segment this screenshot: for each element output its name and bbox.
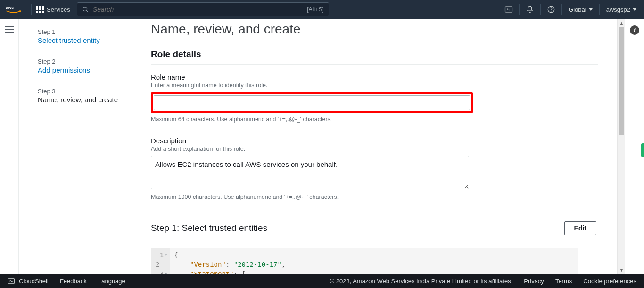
- feedback-link[interactable]: Feedback: [60, 278, 87, 285]
- search-input[interactable]: [89, 6, 307, 13]
- services-menu[interactable]: Services: [36, 6, 70, 13]
- account-menu[interactable]: awsgsp2: [604, 6, 638, 13]
- step-number: Step 2: [38, 58, 132, 65]
- top-nav: aws Services [Alt+S] Global awsgsp2: [0, 0, 644, 19]
- scroll-down-icon[interactable]: ▼: [618, 266, 625, 274]
- terms-link[interactable]: Terms: [555, 278, 572, 285]
- global-search[interactable]: [Alt+S]: [77, 2, 329, 16]
- search-shortcut: [Alt+S]: [307, 6, 324, 13]
- svg-point-1: [83, 7, 87, 11]
- scrollbar[interactable]: ▲ ▼: [617, 19, 625, 274]
- svg-text:aws: aws: [6, 5, 14, 10]
- privacy-link[interactable]: Privacy: [524, 278, 544, 285]
- copyright-text: © 2023, Amazon Web Services India Privat…: [330, 278, 513, 285]
- divider: [519, 4, 520, 15]
- divider: [599, 4, 600, 15]
- main-panel: Name, review, and create Role details Ro…: [151, 19, 617, 274]
- cookie-prefs-link[interactable]: Cookie preferences: [583, 278, 636, 285]
- step-number: Step 1: [38, 28, 132, 35]
- info-icon[interactable]: i: [630, 25, 639, 35]
- svg-point-6: [551, 11, 552, 12]
- code-token: "Statement": [190, 270, 234, 274]
- svg-rect-7: [8, 279, 14, 284]
- step1-heading: Step 1: Select trusted entities: [151, 223, 267, 233]
- divider: [540, 4, 541, 15]
- account-label: awsgsp2: [606, 6, 630, 13]
- language-link[interactable]: Language: [98, 278, 125, 285]
- step-number: Step 3: [38, 88, 132, 95]
- code-token: "2012-10-17": [234, 261, 281, 268]
- cloudshell-icon[interactable]: [503, 4, 514, 15]
- role-name-input[interactable]: [154, 95, 470, 110]
- grid-icon: [36, 6, 44, 13]
- notifications-icon[interactable]: [524, 4, 536, 15]
- code-lines: { "Version": "2012-10-17", "Statement": …: [170, 248, 289, 274]
- code-token: "Version": [190, 261, 226, 268]
- description-label: Description: [151, 137, 598, 145]
- step-link-trusted-entity[interactable]: Select trusted entity: [38, 36, 132, 44]
- code-token: {: [174, 251, 178, 259]
- right-rail: i: [625, 19, 644, 274]
- content-area: Step 1 Select trusted entity Step 2 Add …: [19, 19, 625, 274]
- cloudshell-button[interactable]: CloudShell: [8, 277, 49, 285]
- search-icon: [82, 6, 89, 13]
- caret-down-icon: [633, 8, 636, 11]
- step-sidebar: Step 1 Select trusted entity Step 2 Add …: [19, 19, 151, 274]
- role-details-heading: Role details: [151, 49, 598, 59]
- services-label: Services: [47, 6, 70, 13]
- role-name-hint: Enter a meaningful name to identify this…: [151, 82, 598, 89]
- footer: CloudShell Feedback Language © 2023, Ama…: [0, 274, 644, 288]
- step-item: Step 1 Select trusted entity: [38, 25, 132, 51]
- role-name-label: Role name: [151, 73, 598, 81]
- description-hint: Add a short explanation for this role.: [151, 146, 598, 152]
- divider: [151, 64, 598, 65]
- edit-trusted-entities-button[interactable]: Edit: [564, 221, 596, 235]
- role-name-constraint: Maximum 64 characters. Use alphanumeric …: [151, 116, 598, 123]
- trust-policy-code: 1▾ 2 3▾ { "Version": "2012-10-17", "Stat…: [151, 248, 578, 274]
- code-token: [: [242, 270, 246, 274]
- role-name-highlight: [151, 92, 473, 113]
- divider: [31, 4, 32, 15]
- menu-toggle-icon[interactable]: [5, 26, 14, 33]
- region-label: Global: [569, 6, 586, 13]
- step-current-label: Name, review, and create: [38, 96, 132, 104]
- cloudshell-label: CloudShell: [19, 278, 49, 285]
- scroll-thumb[interactable]: [619, 27, 624, 135]
- svg-line-2: [86, 10, 88, 12]
- code-gutter: 1▾ 2 3▾: [151, 248, 170, 274]
- region-selector[interactable]: Global: [567, 6, 594, 13]
- divider: [561, 4, 562, 15]
- code-token: ,: [281, 261, 285, 268]
- scroll-up-icon[interactable]: ▲: [618, 19, 625, 27]
- help-icon[interactable]: [545, 4, 557, 15]
- page-title: Name, review, and create: [151, 22, 598, 37]
- aws-logo[interactable]: aws: [6, 4, 22, 15]
- step-item: Step 3 Name, review, and create: [38, 81, 132, 110]
- description-constraint: Maximum 1000 characters. Use alphanumeri…: [151, 194, 598, 200]
- left-rail: [0, 19, 19, 274]
- feedback-tab[interactable]: [641, 143, 644, 157]
- step-item: Step 2 Add permissions: [38, 51, 132, 81]
- description-textarea[interactable]: [151, 156, 469, 189]
- svg-rect-3: [505, 7, 512, 12]
- body: Step 1 Select trusted entity Step 2 Add …: [0, 19, 644, 274]
- caret-down-icon: [589, 8, 593, 11]
- step-link-permissions[interactable]: Add permissions: [38, 66, 132, 74]
